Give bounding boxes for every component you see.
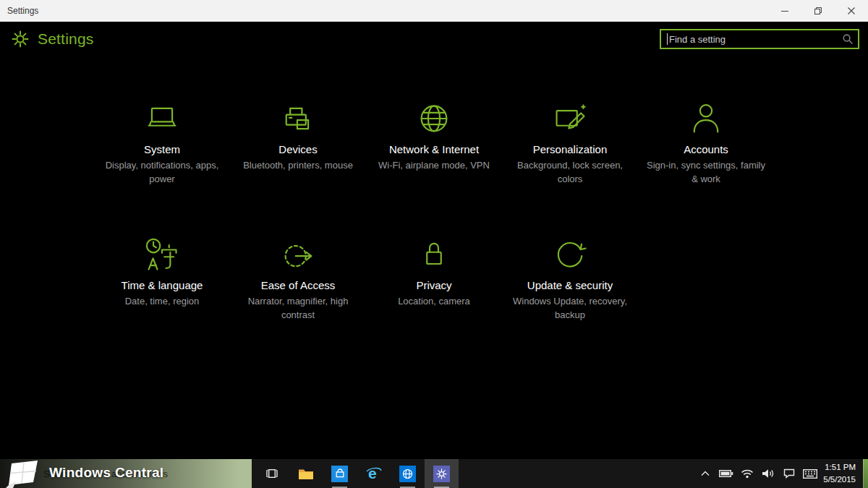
task-view-icon	[265, 468, 279, 479]
category-tile-accounts[interactable]: Accounts Sign-in, sync settings, family …	[647, 97, 765, 187]
category-desc: Sign-in, sync settings, family & work	[647, 159, 765, 187]
internet-explorer-button[interactable]: e	[357, 459, 391, 488]
store-icon	[331, 466, 348, 482]
devices-printer-icon	[239, 97, 357, 137]
action-center-button[interactable]	[778, 459, 799, 488]
battery-button[interactable]	[715, 459, 736, 488]
category-desc: Date, time, region	[103, 295, 221, 309]
edge-globe-icon	[399, 466, 416, 482]
wifi-icon	[741, 468, 754, 479]
wifi-button[interactable]	[736, 459, 757, 488]
task-view-button[interactable]	[255, 459, 289, 488]
show-desktop-button[interactable]	[863, 459, 868, 488]
store-button[interactable]	[323, 459, 357, 488]
minimize-icon	[781, 7, 788, 14]
settings-search-box	[660, 29, 859, 49]
taskbar-clock[interactable]: 1:51 PM 5/5/2015	[820, 461, 863, 485]
category-tile-update-security[interactable]: Update & security Windows Update, recove…	[511, 233, 629, 322]
category-row-2: Time & language Date, time, region Ease …	[103, 233, 765, 322]
time-language-icon	[103, 233, 221, 273]
category-tile-network[interactable]: Network & Internet Wi-Fi, airplane mode,…	[375, 97, 493, 187]
category-name: Devices	[239, 143, 357, 155]
close-button[interactable]	[835, 0, 868, 22]
caption-buttons	[768, 0, 868, 22]
settings-home: System Display, notifications, apps, pow…	[0, 56, 868, 459]
speaker-icon	[762, 468, 775, 479]
category-desc: Narrator, magnifier, high contrast	[239, 295, 357, 322]
globe-icon	[375, 97, 493, 137]
settings-gear-icon	[12, 30, 29, 48]
category-name: Network & Internet	[375, 143, 493, 155]
privacy-lock-icon	[375, 233, 493, 273]
settings-search-input[interactable]	[661, 30, 858, 48]
category-row-1: System Display, notifications, apps, pow…	[103, 97, 765, 187]
chevron-up-icon	[700, 470, 710, 477]
category-tile-devices[interactable]: Devices Bluetooth, printers, mouse	[239, 97, 357, 187]
internet-explorer-icon: e	[365, 465, 383, 482]
personalization-pen-icon	[511, 97, 629, 137]
edge-browser-button[interactable]	[391, 459, 425, 488]
category-desc: Background, lock screen, colors	[511, 159, 629, 187]
category-tile-system[interactable]: System Display, notifications, apps, pow…	[103, 97, 221, 187]
hidden-icons-button[interactable]	[694, 459, 715, 488]
category-tile-privacy[interactable]: Privacy Location, camera	[375, 233, 493, 322]
clock-time: 1:51 PM	[823, 461, 856, 474]
category-name: Ease of Access	[239, 279, 357, 291]
category-desc: Windows Update, recovery, backup	[511, 295, 629, 322]
window-title: Settings	[0, 6, 38, 16]
app-header: Settings	[0, 22, 868, 56]
ease-of-access-icon	[239, 233, 357, 273]
category-desc: Wi-Fi, airplane mode, VPN	[375, 159, 493, 173]
person-icon	[647, 97, 765, 137]
system-tray: 1:51 PM 5/5/2015	[694, 459, 868, 488]
svg-text:e: e	[368, 465, 377, 481]
settings-gear-tile-icon	[433, 466, 450, 482]
volume-button[interactable]	[757, 459, 778, 488]
category-tile-personalization[interactable]: Personalization Background, lock screen,…	[511, 97, 629, 187]
close-icon	[848, 7, 855, 14]
settings-app-button[interactable]	[425, 459, 459, 488]
category-tile-ease-of-access[interactable]: Ease of Access Narrator, magnifier, high…	[239, 233, 357, 322]
clock-date: 5/5/2015	[823, 474, 856, 486]
category-desc: Bluetooth, printers, mouse	[239, 159, 357, 173]
category-tile-time-language[interactable]: Time & language Date, time, region	[103, 233, 221, 322]
minimize-button[interactable]	[768, 0, 801, 22]
category-name: System	[103, 143, 221, 155]
touch-keyboard-button[interactable]	[799, 459, 820, 488]
category-name: Accounts	[647, 143, 765, 155]
category-desc: Location, camera	[375, 295, 493, 309]
category-grid: System Display, notifications, apps, pow…	[103, 56, 765, 322]
restore-button[interactable]	[801, 0, 835, 22]
category-name: Time & language	[103, 279, 221, 291]
taskbar: Search the web and Windows e	[0, 459, 868, 488]
taskbar-search-placeholder: Search the web and Windows	[0, 468, 168, 479]
page-title: Settings	[38, 30, 93, 48]
restore-icon	[814, 7, 822, 14]
category-desc: Display, notifications, apps, power	[103, 159, 221, 187]
update-security-icon	[511, 233, 629, 273]
keyboard-icon	[803, 469, 817, 479]
file-explorer-button[interactable]	[289, 459, 323, 488]
battery-icon	[719, 469, 733, 478]
file-explorer-icon	[298, 468, 314, 480]
window-titlebar[interactable]: Settings	[0, 0, 868, 22]
category-name: Personalization	[511, 143, 629, 155]
category-name: Update & security	[511, 279, 629, 291]
taskbar-buttons: e	[255, 459, 459, 488]
category-name: Privacy	[375, 279, 493, 291]
action-center-icon	[783, 468, 795, 479]
taskbar-search-box[interactable]: Search the web and Windows	[0, 459, 252, 488]
settings-window: Settings Settings	[0, 0, 868, 488]
laptop-icon	[103, 97, 221, 137]
